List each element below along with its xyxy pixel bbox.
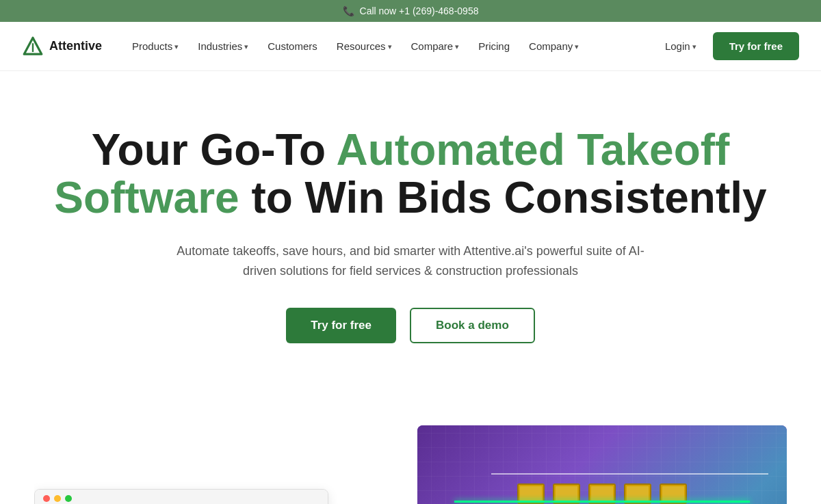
logo-link[interactable]: Attentive <box>22 36 102 57</box>
nav-item-pricing[interactable]: Pricing <box>470 35 518 57</box>
measurement-line-green <box>454 501 750 503</box>
aerial-panel <box>417 425 787 504</box>
window-dot-minimize <box>54 495 61 502</box>
hero-title-part3: to Win Bids Consistently <box>239 173 767 222</box>
nav-right: Login ▾ Try for free <box>657 32 799 60</box>
nav-label-compare: Compare <box>411 40 454 52</box>
nav-label-pricing: Pricing <box>478 40 510 52</box>
hero-title: Your Go-To Automated Takeoff Software to… <box>48 126 773 222</box>
try-free-hero-button[interactable]: Try for free <box>286 308 396 343</box>
hero-section: Your Go-To Automated Takeoff Software to… <box>34 71 787 412</box>
phone-icon: 📞 <box>343 5 354 16</box>
hero-subtitle: Automate takeoffs, save hours, and bid s… <box>164 241 657 281</box>
chevron-down-icon: ▾ <box>575 42 579 51</box>
hero-title-part1: Your Go-To <box>92 125 337 174</box>
nav-item-products[interactable]: Products ▾ <box>124 35 187 57</box>
nav-label-products: Products <box>132 40 172 52</box>
nav-label-customers: Customers <box>268 40 317 52</box>
aerial-background <box>417 425 787 504</box>
nav-item-compare[interactable]: Compare ▾ <box>403 35 468 57</box>
chevron-down-icon: ▾ <box>388 42 392 51</box>
nav-label-resources: Resources <box>337 40 386 52</box>
takeoff-panel: 👁 Driveway 769.23 ⊕ 👁 Gravel Bed 262.26 … <box>34 489 328 504</box>
nav-label-company: Company <box>529 40 573 52</box>
nav-item-customers[interactable]: Customers <box>259 35 326 57</box>
nav-item-resources[interactable]: Resources ▾ <box>328 35 400 57</box>
product-preview: 👁 Driveway 769.23 ⊕ 👁 Gravel Bed 262.26 … <box>34 412 787 504</box>
top-bar-text: Call now +1 (269)-468-0958 <box>360 5 479 16</box>
hero-title-green: Automated Takeoff <box>337 125 730 174</box>
navbar: Attentive Products ▾ Industries ▾ Custom… <box>0 22 821 71</box>
hero-buttons: Try for free Book a demo <box>48 308 773 343</box>
window-dot-maximize <box>65 495 72 502</box>
nav-links: Products ▾ Industries ▾ Customers Resour… <box>124 35 657 57</box>
book-demo-button[interactable]: Book a demo <box>410 308 535 343</box>
try-free-nav-button[interactable]: Try for free <box>713 32 799 60</box>
panel-header <box>35 490 328 504</box>
nav-label-industries: Industries <box>198 40 242 52</box>
login-label: Login <box>665 40 690 52</box>
nav-item-company[interactable]: Company ▾ <box>521 35 587 57</box>
login-button[interactable]: Login ▾ <box>657 35 705 57</box>
window-dot-close <box>43 495 50 502</box>
chevron-down-icon: ▾ <box>174 42 179 51</box>
nav-item-industries[interactable]: Industries ▾ <box>190 35 257 57</box>
logo-icon <box>22 36 44 57</box>
hero-title-part2: Software <box>54 173 239 222</box>
chevron-down-icon: ▾ <box>692 42 696 51</box>
logo-text: Attentive <box>49 39 102 53</box>
measurement-line-white <box>491 473 768 475</box>
chevron-down-icon: ▾ <box>244 42 248 51</box>
top-bar: 📞 Call now +1 (269)-468-0958 <box>0 0 821 22</box>
chevron-down-icon: ▾ <box>455 42 459 51</box>
